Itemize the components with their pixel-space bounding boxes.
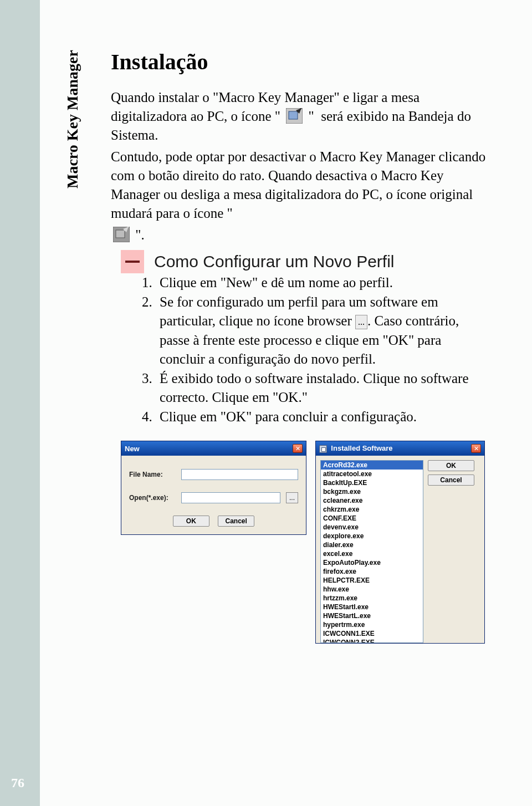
software-listbox[interactable]: AcroRd32.exeatitracetool.exeBackItUp.EXE… (320, 460, 423, 643)
page-number: 76 (11, 776, 24, 790)
list-item[interactable]: devenv.exe (321, 523, 423, 532)
new-dialog: New ✕ File Name: Open(*.exe): ... OK Can… (121, 441, 306, 535)
installed-software-dialog: Installed Software ✕ AcroRd32.exeatitrac… (315, 441, 485, 644)
ok-button[interactable]: OK (173, 516, 209, 527)
list-item[interactable]: HWEStartL.exe (321, 611, 423, 620)
para2: Contudo, pode optar por desactivar o Mac… (111, 149, 485, 220)
new-dialog-titlebar[interactable]: New ✕ (121, 441, 306, 456)
step-4-text: Clique em "OK" para concluir a configura… (160, 409, 417, 424)
dialogs-row: New ✕ File Name: Open(*.exe): ... OK Can… (121, 441, 488, 644)
para2-close: ". (135, 227, 144, 242)
list-item[interactable]: dexplore.exe (321, 532, 423, 540)
list-item[interactable]: hrtzzm.exe (321, 594, 423, 603)
list-item[interactable]: dialer.exe (321, 540, 423, 549)
intro-paragraph: Quando instalar o "Macro Key Manager" e … (111, 88, 488, 144)
list-item[interactable]: AcroRd32.exe (321, 461, 423, 470)
close-icon[interactable]: ✕ (471, 444, 481, 453)
list-item[interactable]: bckgzm.exe (321, 487, 423, 496)
para1a: Quando instalar o "Macro Key Manager" e … (111, 90, 420, 105)
installed-button-column: OK Cancel (428, 460, 474, 643)
cancel-button[interactable]: Cancel (218, 516, 254, 527)
step-2: 2. Se for configurado um perfil para um … (142, 293, 488, 369)
new-dialog-buttons: OK Cancel (129, 516, 298, 527)
installed-dialog-titlebar[interactable]: Installed Software ✕ (316, 441, 484, 456)
step-3-text: É exibido todo o software instalado. Cli… (160, 371, 469, 405)
file-name-field[interactable] (181, 469, 298, 480)
browse-button[interactable]: ... (286, 492, 298, 503)
cancel-button[interactable]: Cancel (428, 475, 474, 486)
file-name-label: File Name: (129, 471, 176, 478)
paragraph-2-end: ". (111, 226, 488, 244)
side-label: Macro Key Manager (64, 50, 81, 188)
steps-list: 1.Clique em "New" e dê um nome ao perfil… (142, 273, 488, 426)
list-item[interactable]: CONF.EXE (321, 514, 423, 523)
tablet-tray-icon (286, 108, 303, 124)
file-name-row: File Name: (129, 469, 298, 480)
list-item[interactable]: chkrzm.exe (321, 505, 423, 514)
svg-rect-1 (289, 111, 298, 119)
list-item[interactable]: atitracetool.exe (321, 470, 423, 478)
list-item[interactable]: HELPCTR.EXE (321, 576, 423, 585)
list-item[interactable]: hhw.exe (321, 585, 423, 594)
list-item[interactable]: ccleaner.exe (321, 496, 423, 505)
document-page: Macro Key Manager Instalação Quando inst… (0, 0, 532, 806)
list-item[interactable]: ExpoAutoPlay.exe (321, 558, 423, 567)
page-heading: Instalação (111, 49, 488, 75)
ok-button[interactable]: OK (428, 460, 474, 471)
svg-rect-3 (116, 230, 125, 238)
step-1: 1.Clique em "New" e dê um nome ao perfil… (142, 273, 488, 293)
section-title: Como Configurar um Novo Perfil (154, 252, 395, 271)
tablet-tray-disabled-icon (113, 227, 130, 242)
step-3: 3.É exibido todo o software instalado. C… (142, 369, 488, 407)
paragraph-2: Contudo, pode optar por desactivar o Mac… (111, 147, 488, 222)
collapse-icon[interactable] (121, 250, 144, 273)
installed-dialog-body: AcroRd32.exeatitracetool.exeBackItUp.EXE… (316, 456, 484, 643)
list-item[interactable]: ICWCONN2.EXE (321, 638, 423, 643)
browse-icon[interactable]: ... (355, 315, 367, 329)
installed-dialog-title: Installed Software (331, 444, 392, 452)
window-icon (319, 445, 327, 453)
installed-title-wrap: Installed Software (319, 444, 393, 453)
list-item[interactable]: hypertrm.exe (321, 620, 423, 629)
list-item[interactable]: HWEStartI.exe (321, 603, 423, 611)
list-item[interactable]: excel.exe (321, 549, 423, 558)
close-icon[interactable]: ✕ (293, 444, 303, 453)
step-4: 4.Clique em "OK" para concluir a configu… (142, 407, 488, 427)
para1b: digitalizadora ao PC, o ícone " (111, 109, 280, 124)
step-1-text: Clique em "New" e dê um nome ao perfil. (160, 275, 393, 290)
list-item[interactable]: ICWCONN1.EXE (321, 629, 423, 638)
open-exe-row: Open(*.exe): ... (129, 492, 298, 503)
open-exe-field[interactable] (181, 492, 280, 503)
section-header-row: Como Configurar um Novo Perfil (121, 250, 488, 273)
list-item[interactable]: BackItUp.EXE (321, 478, 423, 487)
new-dialog-body: File Name: Open(*.exe): ... OK Cancel (121, 456, 306, 534)
list-item[interactable]: firefox.exe (321, 567, 423, 576)
new-dialog-title: New (125, 445, 140, 453)
open-exe-label: Open(*.exe): (129, 494, 176, 502)
